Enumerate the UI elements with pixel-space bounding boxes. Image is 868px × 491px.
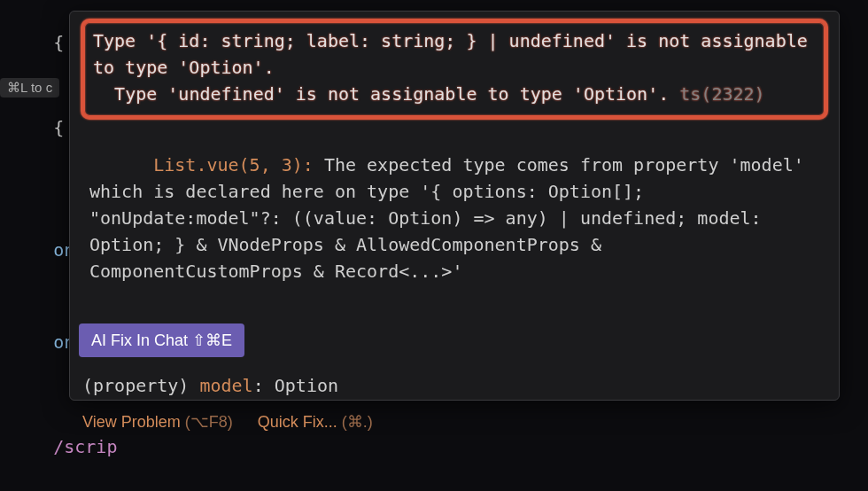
ts-error-code: ts(2322) — [679, 83, 764, 105]
shortcut-text: (⌥F8) — [185, 413, 233, 431]
error-message-line1: Type '{ id: string; label: string; } | u… — [93, 27, 816, 81]
shortcut-hint: ⌘L to c — [0, 78, 59, 97]
sig-paren: (property) — [82, 375, 199, 396]
sig-type: Option — [275, 375, 338, 396]
related-info: List.vue(5, 3): The expected type comes … — [89, 125, 819, 311]
view-problem-link[interactable]: View Problem (⌥F8) — [82, 412, 233, 432]
ai-fix-button[interactable]: AI Fix In Chat ⇧⌘E — [79, 323, 244, 357]
error-message-line2: Type 'undefined' is not assignable to ty… — [93, 81, 816, 107]
error-highlight: Type '{ id: string; label: string; } | u… — [81, 19, 828, 120]
shortcut-text: (⌘.) — [342, 413, 373, 431]
hover-actions: View Problem (⌥F8) Quick Fix... (⌘.) — [70, 407, 839, 442]
related-file-link[interactable]: List.vue(5, 3): — [153, 154, 324, 175]
hover-tooltip: Type '{ id: string; label: string; } | u… — [69, 11, 840, 401]
signature: (property) model: Option — [70, 368, 839, 403]
sig-name: model — [199, 375, 252, 396]
quick-fix-link[interactable]: Quick Fix... (⌘.) — [258, 412, 373, 432]
sig-colon: : — [253, 375, 275, 396]
